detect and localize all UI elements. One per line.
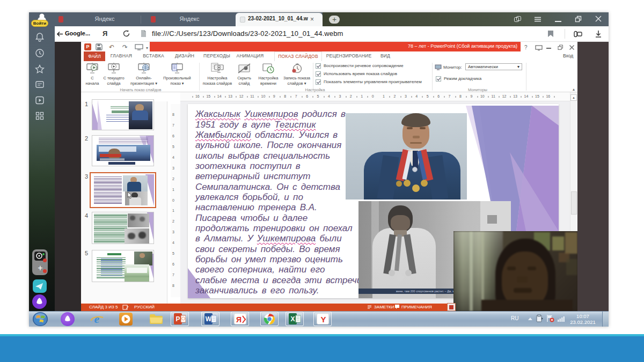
svg-text:X: X (290, 315, 295, 323)
svg-text:W: W (206, 315, 212, 323)
svg-text:e: e (94, 312, 100, 326)
svg-text:Я: Я (236, 315, 241, 324)
svg-text:Y: Y (320, 315, 326, 324)
svg-text:P: P (175, 315, 180, 323)
